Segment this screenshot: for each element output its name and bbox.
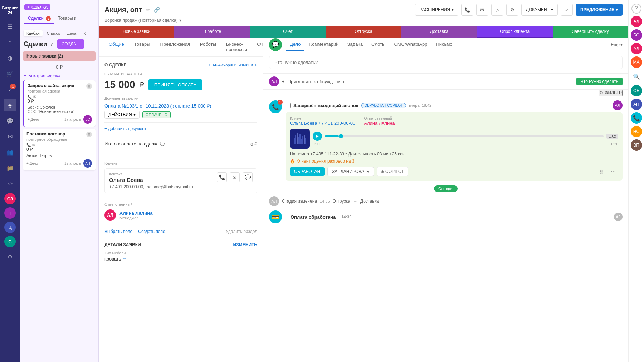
deal-card-2[interactable]: Поставки договор 0 повторное обращение 📞… (23, 129, 96, 170)
pay-button[interactable]: ПРИНЯТЬ ОПЛАТУ (148, 79, 202, 90)
home-icon[interactable]: ⌂ (4, 36, 16, 49)
stage-survey[interactable]: Опрос клиента (477, 26, 552, 38)
folder-icon[interactable]: 📁 (4, 162, 16, 174)
dev-icon[interactable]: </> (4, 177, 16, 190)
deal-mail-icon-2[interactable]: ✉ (32, 143, 35, 147)
speed-badge[interactable]: 1.0x (606, 134, 618, 139)
phone-btn[interactable]: 📞 (461, 4, 473, 16)
deal-phone-icon-1[interactable]: 📞 (28, 95, 32, 99)
chat-icon[interactable]: 💬 (4, 114, 16, 127)
tab-scheta[interactable]: Счета (253, 38, 263, 56)
tab-obschie[interactable]: Общие (104, 38, 128, 56)
search-right-icon[interactable]: 🔍 (630, 70, 643, 83)
cart-icon[interactable]: 🛒 (4, 67, 16, 80)
schedule-button[interactable]: ЗАПЛАНИРОВАТЬ (327, 167, 374, 176)
crm-icon[interactable]: ◈ (4, 99, 16, 111)
menu-icon[interactable]: ☰ (4, 20, 16, 33)
change-deal-btn[interactable]: изменить (239, 63, 257, 68)
mail-icon[interactable]: ✉ (4, 130, 16, 143)
edit-icon[interactable]: ✏ (146, 7, 150, 13)
edit-field-icon[interactable]: ✏ (123, 257, 126, 261)
letter-h[interactable]: Н (4, 207, 16, 219)
copilot-button[interactable]: ◈ COPILOT (377, 167, 408, 176)
document-button[interactable]: ДОКУМЕНТ ▾ (521, 4, 558, 16)
create-deal-button[interactable]: СОЗДА... (57, 39, 84, 49)
contacts-icon[interactable]: 👥 (4, 146, 16, 159)
view-spisok[interactable]: Список (44, 30, 63, 36)
details-edit-btn[interactable]: изменить (233, 242, 257, 247)
tab-tovary[interactable]: Товары (130, 38, 155, 56)
stage-in-work[interactable]: В работе (174, 26, 250, 38)
letter-ts[interactable]: Ц (4, 222, 16, 233)
comm-tab-pismo[interactable]: Письмо (433, 38, 456, 51)
email-btn[interactable]: ✉ (476, 4, 488, 16)
add-deal-btn-1[interactable]: + Дело (28, 118, 39, 122)
right-avatar-6[interactable]: АП (631, 99, 642, 110)
add-deal-btn-2[interactable]: + Дело (26, 162, 38, 165)
chevron-subtitle-icon[interactable]: ▾ (179, 18, 181, 23)
comm-tab-sms[interactable]: СМС/WhatsApp (390, 38, 431, 51)
quick-deal-button[interactable]: +Быстрая сделка (20, 71, 98, 80)
settings-btn[interactable]: ⚙ (506, 4, 518, 16)
view-k[interactable]: К (80, 30, 88, 36)
comm-tab-delo[interactable]: Дело (286, 38, 304, 51)
right-avatar-2[interactable]: БС (631, 29, 642, 41)
right-avatar-5[interactable]: ОБ (631, 85, 642, 96)
right-avatar-3[interactable]: АЛ (631, 43, 642, 54)
deal-phone-icon-2[interactable]: 📞 (26, 143, 31, 147)
view-dela[interactable]: Дела (64, 30, 79, 36)
question-icon[interactable]: ? (631, 4, 641, 14)
video-btn[interactable]: ▷ (491, 4, 503, 16)
doc-link[interactable]: Оплата №103/1 от 10.11.2023 (к оплате 15… (104, 103, 257, 109)
doc-actions-button[interactable]: ДЕЙСТВИЯ ▾ (104, 111, 140, 119)
add-doc-btn[interactable]: + добавить документ (104, 126, 257, 131)
letter-c3[interactable]: С3 (4, 193, 16, 204)
comm-tab-sloty[interactable]: Слоты (368, 38, 389, 51)
filter-button[interactable]: ⚙ ФИЛЬТР (599, 90, 623, 96)
stage-delivery[interactable]: Доставка (401, 26, 477, 38)
progress-track[interactable] (325, 135, 604, 137)
predlozhenie-button[interactable]: ПРЕДЛОЖЕНИЕ ▾ (576, 4, 623, 16)
copy-icon[interactable]: ⎘ (596, 167, 606, 177)
right-avatar-1[interactable]: АЛ (631, 16, 642, 27)
rasshireniya-button[interactable]: РАСШИРЕНИЯ ▾ (415, 4, 458, 16)
deal-mail-icon-1[interactable]: ✉ (33, 95, 36, 99)
stage-finish[interactable]: Завершить сделку (553, 26, 628, 38)
call-checkbox[interactable] (286, 103, 291, 108)
right-avatar-4[interactable]: МА (631, 56, 642, 68)
more-dots-icon[interactable]: ⋯ (608, 167, 618, 177)
delete-section-btn[interactable]: Удалить раздел (226, 229, 257, 234)
deal-card-1[interactable]: Запрос с сайта, акция 0 повторная сделка… (23, 80, 96, 127)
link-icon[interactable]: 🔗 (154, 7, 160, 13)
star-icon[interactable]: ☆ (50, 41, 54, 47)
contact-call-icon[interactable]: 📞 (217, 172, 227, 182)
right-avatar-8[interactable]: ВП (631, 139, 642, 151)
tab-biznes[interactable]: Бизнес-процессы (222, 38, 251, 56)
settings-icon[interactable]: ⚙ (4, 250, 16, 263)
resp-name[interactable]: Алина Лялина (119, 210, 152, 216)
tab-roboty[interactable]: Роботы (196, 38, 220, 56)
create-field-btn[interactable]: Создать поле (138, 229, 165, 234)
chat-main-icon[interactable]: 💬 (269, 38, 282, 51)
phone-right-icon[interactable]: 📞 (631, 112, 642, 124)
add-invite-icon[interactable]: + (282, 79, 285, 84)
contact-mail-icon[interactable]: ✉ (230, 172, 240, 182)
contact-chat-icon[interactable]: 💬 (243, 172, 253, 182)
todo-badge-btn[interactable]: Что нужно сделать (576, 78, 623, 85)
play-button[interactable]: ▶ (313, 132, 322, 141)
comm-tab-zadacha[interactable]: Задача (343, 38, 366, 51)
comm-more-btn[interactable]: Еще ▾ (611, 42, 623, 47)
tab-predlozheniya[interactable]: Предложения (156, 38, 194, 56)
tasks-icon[interactable]: ✓1 (4, 83, 16, 96)
tab-sdelki[interactable]: Сделки 2 (24, 14, 54, 24)
view-kanban[interactable]: Канбан (24, 30, 43, 36)
stage-shipment[interactable]: Отгрузка (326, 26, 401, 38)
task-input[interactable] (269, 56, 623, 69)
chart-icon[interactable]: ◑ (4, 51, 16, 64)
processed-button[interactable]: ОБРАБОТАН (290, 167, 325, 176)
right-avatar-7[interactable]: НС (631, 126, 642, 137)
letter-c[interactable]: С (4, 236, 16, 247)
comm-tab-komment[interactable]: Комментарий (306, 38, 342, 51)
stage-invoice[interactable]: Счет (250, 26, 326, 38)
tab-tovary[interactable]: Товары и (54, 14, 80, 24)
